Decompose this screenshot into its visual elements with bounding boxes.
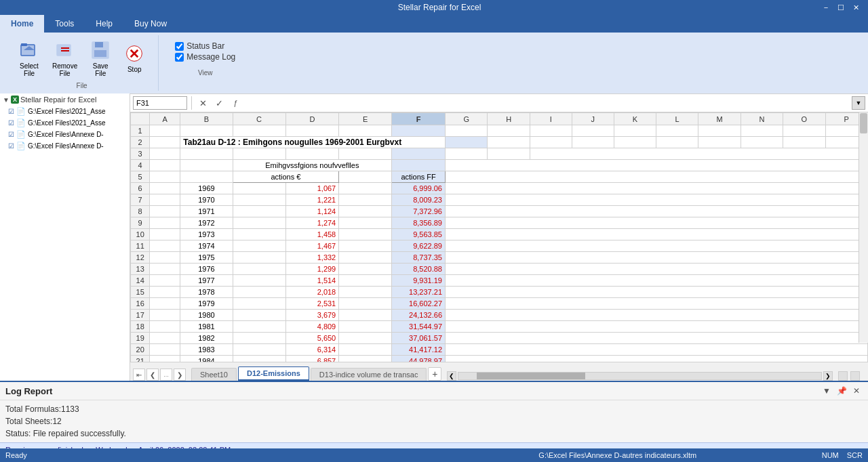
cell-F12[interactable]: 8,737.35	[392, 252, 446, 264]
scrollbar-thumb[interactable]	[860, 113, 867, 133]
add-sheet-button[interactable]: +	[428, 367, 441, 381]
vertical-scrollbar[interactable]	[859, 112, 868, 343]
cell-B1[interactable]	[180, 125, 233, 137]
cell-D13[interactable]: 1,299	[285, 264, 339, 275]
cell-actions-eu[interactable]: actions €	[233, 171, 339, 183]
year-6[interactable]: 1969	[180, 183, 233, 194]
cell-O1[interactable]	[783, 125, 825, 137]
cell-D14[interactable]: 1,514	[285, 275, 339, 287]
year-10[interactable]: 1973	[180, 229, 233, 240]
sidebar-item-2[interactable]: ☑ 📄 G:\Excel Files\Annexe D-	[0, 129, 130, 140]
cell-F19[interactable]: 37,061.57	[392, 333, 446, 344]
cell-F4[interactable]	[392, 160, 446, 171]
close-button[interactable]: ✕	[849, 2, 863, 13]
name-box[interactable]: F31	[133, 96, 187, 110]
cell-B5[interactable]	[180, 171, 233, 183]
cell-F9[interactable]: 8,356.89	[392, 217, 446, 229]
cell-C3[interactable]	[233, 148, 285, 160]
formula-dropdown-button[interactable]: ▼	[852, 96, 865, 110]
col-header-B[interactable]: B	[180, 113, 233, 125]
cell-D11[interactable]: 1,467	[285, 240, 339, 252]
cell-D8[interactable]: 1,124	[285, 206, 339, 217]
cell-C1[interactable]	[233, 125, 285, 137]
cell-A2[interactable]	[150, 137, 180, 148]
sidebar-item-0[interactable]: ☑ 📄 G:\Excel Files\2021_Asse	[0, 106, 130, 117]
sidebar-item-1[interactable]: ☑ 📄 G:\Excel Files\2021_Asse	[0, 117, 130, 129]
cell-header-text[interactable]: Emihgvssfgions noufvveflles	[233, 160, 392, 171]
cell-D18[interactable]: 4,809	[285, 321, 339, 333]
sheet-nav-dots[interactable]: …	[160, 369, 172, 381]
cell-F15[interactable]: 13,237.21	[392, 287, 446, 298]
message-log-checkbox[interactable]	[175, 53, 184, 62]
cell-F16[interactable]: 16,602.27	[392, 298, 446, 310]
year-16[interactable]: 1979	[180, 298, 233, 310]
cell-J1[interactable]	[572, 125, 614, 137]
cell-rest-4[interactable]	[446, 160, 868, 171]
cell-A3[interactable]	[150, 148, 180, 160]
col-header-I[interactable]: I	[530, 113, 572, 125]
cell-rest-5[interactable]	[446, 171, 868, 183]
cell-F8[interactable]: 7,372.96	[392, 206, 446, 217]
year-12[interactable]: 1975	[180, 252, 233, 264]
scroll-indicator-2[interactable]	[850, 371, 860, 381]
col-header-O[interactable]: O	[783, 113, 825, 125]
cell-L1[interactable]	[656, 125, 698, 137]
cell-D9[interactable]: 1,274	[285, 217, 339, 229]
cell-F14[interactable]: 9,931.19	[392, 275, 446, 287]
col-header-D[interactable]: D	[285, 113, 339, 125]
year-15[interactable]: 1978	[180, 287, 233, 298]
col-header-L[interactable]: L	[656, 113, 698, 125]
tab-tools[interactable]: Tools	[44, 15, 85, 33]
cancel-formula-button[interactable]: ✕	[196, 96, 210, 110]
spreadsheet[interactable]: A B C D E F G H I J K L	[130, 112, 868, 362]
minimize-button[interactable]: −	[819, 2, 833, 13]
col-header-E[interactable]: E	[339, 113, 392, 125]
col-header-C[interactable]: C	[233, 113, 285, 125]
cell-B3[interactable]	[180, 148, 233, 160]
sheet-nav-next[interactable]: ❯	[174, 369, 186, 381]
year-7[interactable]: 1970	[180, 194, 233, 206]
year-17[interactable]: 1980	[180, 310, 233, 321]
col-header-A[interactable]: A	[150, 113, 180, 125]
year-8[interactable]: 1971	[180, 206, 233, 217]
cell-H2[interactable]	[488, 137, 530, 148]
select-file-button[interactable]: Select File	[14, 37, 45, 79]
save-file-button[interactable]: Save File	[85, 37, 116, 79]
cell-D3[interactable]	[285, 148, 339, 160]
spreadsheet-wrapper[interactable]: A B C D E F G H I J K L	[130, 112, 868, 362]
cell-I2[interactable]	[530, 137, 572, 148]
col-header-J[interactable]: J	[572, 113, 614, 125]
year-9[interactable]: 1972	[180, 217, 233, 229]
cell-E5[interactable]	[339, 171, 392, 183]
cell-F20[interactable]: 41,417.12	[392, 344, 446, 356]
cell-E3[interactable]	[339, 148, 392, 160]
cell-F17[interactable]: 24,132.66	[392, 310, 446, 321]
cell-D20[interactable]: 6,314	[285, 344, 339, 356]
cell-A5[interactable]	[150, 171, 180, 183]
cell-L2[interactable]	[656, 137, 698, 148]
cell-rest-3[interactable]	[530, 148, 867, 160]
cell-K1[interactable]	[614, 125, 656, 137]
cell-F10[interactable]: 9,563.85	[392, 229, 446, 240]
cell-D7[interactable]: 1,221	[285, 194, 339, 206]
formula-input[interactable]	[245, 96, 846, 110]
status-bar-checkbox[interactable]	[175, 42, 184, 51]
cell-G3[interactable]	[446, 148, 488, 160]
cell-F21[interactable]: 44,978.97	[392, 356, 446, 362]
cell-F7[interactable]: 8,009.23	[392, 194, 446, 206]
cell-B2-title[interactable]: Tab21au D-12 : Emihgons nougulles 1969-2…	[180, 137, 446, 148]
cell-F1[interactable]	[392, 125, 446, 137]
cell-H3[interactable]	[488, 148, 530, 160]
year-19[interactable]: 1982	[180, 333, 233, 344]
log-collapse-button[interactable]: ▼	[821, 385, 833, 397]
log-pin-button[interactable]: 📌	[835, 385, 848, 397]
year-14[interactable]: 1977	[180, 275, 233, 287]
cell-F3[interactable]	[392, 148, 446, 160]
cell-N2[interactable]	[741, 137, 783, 148]
sheet-nav-first[interactable]: ⇤	[133, 369, 145, 381]
scroll-right-btn[interactable]: ❯	[823, 371, 833, 381]
cell-F13[interactable]: 8,520.88	[392, 264, 446, 275]
tab-buy-now[interactable]: Buy Now	[123, 15, 178, 33]
remove-file-button[interactable]: Remove File	[47, 37, 82, 79]
cell-K2[interactable]	[614, 137, 656, 148]
